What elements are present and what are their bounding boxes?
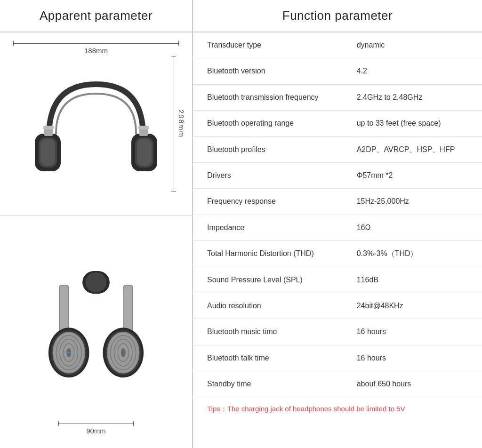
- spec-row-11: Bluetooth music time16 hours: [193, 319, 482, 345]
- headphone-side-svg: [30, 61, 162, 202]
- spec-row-10: Audio resolution24bit@48KHz: [193, 293, 482, 319]
- svg-rect-6: [137, 139, 152, 166]
- spec-row-7: Impedance16Ω: [193, 215, 482, 240]
- function-parameter-title: Function parameter: [193, 0, 482, 32]
- spec-label-7: Impedance: [193, 215, 352, 240]
- spec-row-0: Transducer typedynamic: [193, 32, 482, 58]
- spec-value-0: dynamic: [352, 32, 482, 58]
- spec-value-1: 4.2: [352, 58, 482, 84]
- left-panel: 188mm: [0, 32, 193, 448]
- spec-value-4: A2DP、AVRCP、HSP、HFP: [352, 136, 482, 162]
- spec-row-13: Standby timeabout 650 hours: [193, 371, 482, 397]
- svg-rect-13: [60, 285, 68, 333]
- spec-value-10: 24bit@48KHz: [352, 293, 482, 319]
- spec-value-13: about 650 hours: [352, 371, 482, 397]
- svg-rect-8: [43, 126, 54, 129]
- spec-row-4: Bluetooth profilesA2DP、AVRCP、HSP、HFP: [193, 136, 482, 162]
- svg-rect-15: [124, 285, 132, 333]
- svg-text:bluedio: bluedio: [64, 351, 73, 354]
- spec-row-1: Bluetooth version4.2: [193, 58, 482, 84]
- spec-label-1: Bluetooth version: [193, 58, 352, 84]
- spec-row-8: Total Harmonic Distortion (THD)0.3%-3%（T…: [193, 241, 482, 267]
- headphone-top-view: 188mm: [0, 32, 192, 216]
- spec-label-0: Transducer type: [193, 32, 352, 58]
- right-panel: Transducer typedynamicBluetooth version4…: [193, 32, 482, 448]
- width-label-top: 188mm: [84, 47, 108, 55]
- dim-tick-right-b: [133, 421, 134, 426]
- spec-label-13: Standby time: [193, 371, 352, 397]
- width-dimension-top: 188mm: [13, 41, 179, 55]
- width-dimension-bottom: 90mm: [58, 421, 134, 435]
- dim-h-line: [14, 43, 178, 44]
- main-content: 188mm: [0, 32, 482, 448]
- headphone-bottom-view: bluedio 90m: [0, 216, 192, 448]
- spec-row-3: Bluetooth operating rangeup to 33 feet (…: [193, 111, 482, 136]
- spec-table: Transducer typedynamicBluetooth version4…: [193, 32, 482, 421]
- tips-text: Tips：The charging jack of headphones sho…: [193, 397, 482, 421]
- spec-label-3: Bluetooth operating range: [193, 111, 352, 136]
- svg-point-32: [121, 348, 126, 357]
- svg-rect-9: [138, 126, 149, 129]
- spec-value-2: 2.4GHz to 2.48GHz: [352, 84, 482, 110]
- spec-row-2: Bluetooth transmission frequency2.4GHz t…: [193, 84, 482, 110]
- spec-label-8: Total Harmonic Distortion (THD): [193, 241, 352, 267]
- dim-h-line-b: [59, 424, 133, 424]
- svg-rect-11: [86, 272, 106, 292]
- dim-tick-bottom: [171, 192, 176, 192]
- apparent-parameter-title: Apparent parameter: [0, 0, 193, 32]
- spec-value-8: 0.3%-3%（THD）: [352, 241, 482, 267]
- spec-label-10: Audio resolution: [193, 293, 352, 319]
- headphone-front-svg: bluedio: [44, 271, 148, 393]
- page-header: Apparent parameter Function parameter: [0, 0, 482, 32]
- spec-value-12: 16 hours: [352, 345, 482, 371]
- spec-label-2: Bluetooth transmission frequency: [193, 84, 352, 110]
- spec-label-11: Bluetooth music time: [193, 319, 352, 345]
- spec-label-5: Drivers: [193, 162, 352, 188]
- height-label: 208mm: [177, 110, 185, 138]
- spec-row-6: Frequency response15Hz-25,000Hz: [193, 189, 482, 215]
- spec-label-12: Bluetooth talk time: [193, 345, 352, 371]
- spec-value-3: up to 33 feet (free space): [352, 111, 482, 136]
- dim-v-line: [174, 56, 174, 192]
- spec-label-6: Frequency response: [193, 189, 352, 215]
- dim-tick-right: [178, 41, 179, 46]
- spec-value-7: 16Ω: [352, 215, 482, 240]
- spec-value-5: Φ57mm *2: [352, 162, 482, 188]
- width-label-bottom: 90mm: [58, 427, 134, 435]
- spec-row-9: Sound Pressure Level (SPL)116dB: [193, 267, 482, 293]
- spec-value-6: 15Hz-25,000Hz: [352, 189, 482, 215]
- spec-label-4: Bluetooth profiles: [193, 136, 352, 162]
- svg-rect-2: [40, 139, 55, 166]
- spec-label-9: Sound Pressure Level (SPL): [193, 267, 352, 293]
- spec-value-9: 116dB: [352, 267, 482, 293]
- spec-value-11: 16 hours: [352, 319, 482, 345]
- spec-row-5: DriversΦ57mm *2: [193, 162, 482, 188]
- height-dimension: 208mm: [171, 56, 185, 192]
- tips-row: Tips：The charging jack of headphones sho…: [193, 397, 482, 421]
- spec-row-12: Bluetooth talk time16 hours: [193, 345, 482, 371]
